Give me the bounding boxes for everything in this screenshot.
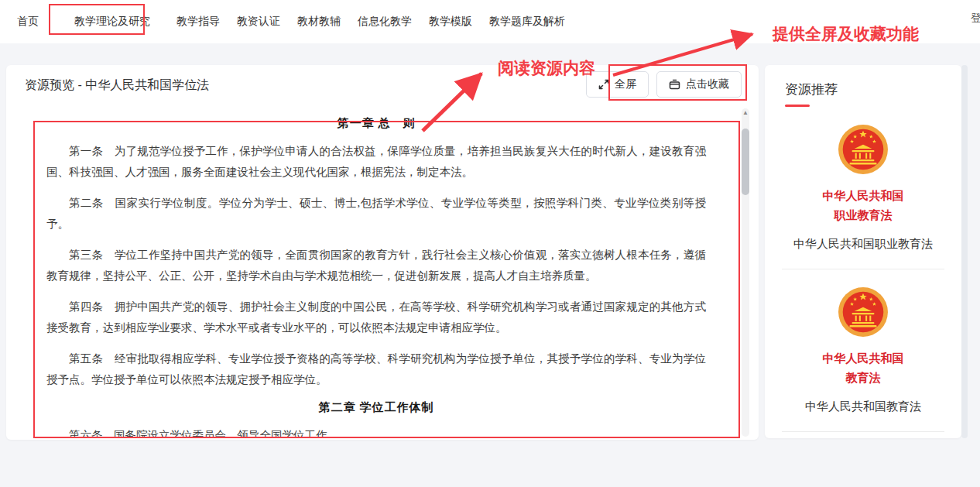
top-nav: 首页 教学理论及研究 教学指导 教资认证 教材教辅 信息化教学 教学模版 教学题… — [0, 0, 980, 43]
list-item[interactable]: 中华人民共和国 职业教育法 中华人民共和国职业教育法 — [765, 124, 961, 269]
cover-title-line2: 职业教育法 — [765, 205, 961, 225]
article-paragraph: 第三条 学位工作坚持中国共产党的领导，全面贯彻国家的教育方针，践行社会主义核心价… — [46, 245, 706, 286]
nav-item-home[interactable]: 首页 — [17, 15, 39, 29]
nav-item-teaching-theory[interactable]: 教学理论及研究 — [74, 15, 150, 29]
article-paragraph: 第二条 国家实行学位制度。学位分为学士、硕士、博士,包括学术学位、专业学位等类型… — [46, 193, 706, 235]
cover-title-line1: 中华人民共和国 — [765, 348, 961, 368]
cover-title-line2: 教育法 — [765, 368, 961, 387]
favorite-button-label: 点击收藏 — [686, 77, 729, 91]
resource-name[interactable]: 中华人民共和国职业教育法 — [765, 237, 961, 252]
chapter-heading-2: 第二章 学位工作体制 — [46, 400, 706, 415]
article-paragraph: 第五条 经审批取得相应学科、专业学位授予资格的高等学校、科学研究机构为学位授予单… — [46, 348, 706, 390]
nav-item-templates[interactable]: 教学模版 — [429, 15, 472, 29]
cover-title: 中华人民共和国 职业教育法 — [765, 186, 961, 225]
nav-item-teacher-cert[interactable]: 教资认证 — [237, 15, 280, 29]
nav-item-teaching-guide[interactable]: 教学指导 — [176, 15, 220, 29]
favorite-button[interactable]: 点击收藏 — [656, 71, 742, 98]
nav-login-link[interactable]: 登 — [971, 12, 980, 26]
national-emblem-icon — [838, 124, 889, 175]
nav-item-it-teaching[interactable]: 信息化教学 — [358, 15, 412, 29]
document-content: 第一章 总 则 第一条 为了规范学位授予工作，保护学位申请人的合法权益，保障学位… — [25, 104, 728, 438]
article-paragraph: 第一条 为了规范学位授予工作，保护学位申请人的合法权益，保障学位质量，培养担当民… — [46, 141, 706, 183]
fullscreen-icon — [598, 79, 609, 90]
nav-item-question-bank[interactable]: 教学题库及解析 — [489, 15, 565, 29]
fullscreen-button[interactable]: 全屏 — [586, 71, 649, 98]
scrollbar-thumb[interactable] — [742, 129, 749, 195]
collect-box-icon — [669, 79, 680, 90]
article-paragraph: 第六条 国务院设立学位委员会，领导全国学位工作。 — [46, 425, 706, 438]
divider — [782, 431, 944, 432]
sidebar-scrollbar[interactable] — [961, 65, 968, 438]
cover-title-line1: 中华人民共和国 — [765, 186, 961, 205]
document-scrollbar[interactable]: ▲ — [742, 108, 749, 437]
article-paragraph: 第四条 拥护中国共产党的领导、拥护社会主义制度的中国公民，在高等学校、科学研究机… — [46, 297, 706, 338]
list-item[interactable]: 中华人民共和国 教育法 中华人民共和国教育法 — [765, 286, 961, 432]
recommend-title: 资源推荐 — [785, 81, 941, 98]
resource-preview-panel: 资源预览 - 中华人民共和国学位法 全屏 — [6, 65, 759, 440]
recommend-title-underline — [785, 105, 810, 107]
nav-item-textbooks[interactable]: 教材教辅 — [297, 15, 341, 29]
preview-actions: 全屏 点击收藏 — [586, 71, 742, 98]
chapter-heading-1: 第一章 总 则 — [46, 116, 706, 131]
preview-header: 资源预览 - 中华人民共和国学位法 全屏 — [6, 65, 759, 104]
divider — [782, 269, 944, 269]
recommend-panel: 资源推荐 中华人民共和国 职业教育法 中华人民共和国职业教育法 中华人民共和国 … — [765, 65, 961, 438]
scrollbar-up-arrow-icon[interactable]: ▲ — [742, 109, 749, 117]
document-viewer[interactable]: 第一章 总 则 第一条 为了规范学位授予工作，保护学位申请人的合法权益，保障学位… — [25, 104, 728, 438]
resource-name[interactable]: 中华人民共和国教育法 — [765, 400, 961, 414]
cover-title: 中华人民共和国 教育法 — [765, 348, 961, 387]
recommend-header: 资源推荐 — [765, 65, 961, 107]
fullscreen-button-label: 全屏 — [615, 77, 636, 91]
national-emblem-icon — [838, 286, 889, 338]
